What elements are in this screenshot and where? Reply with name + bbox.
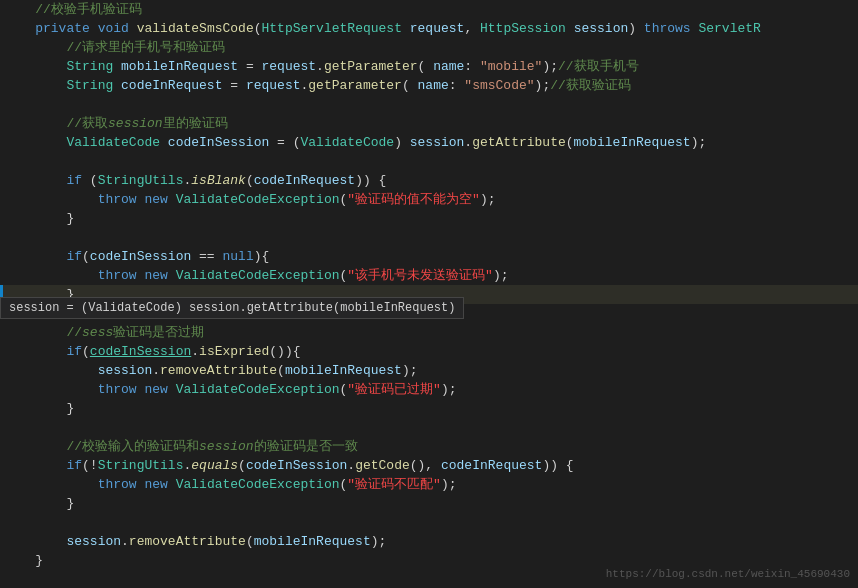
line-content: throw new ValidateCodeException("该手机号未发送… <box>0 266 858 285</box>
code-line-5: String codeInRequest = request.getParame… <box>0 76 858 95</box>
line-content: if(codeInSession.isExpried()){ <box>0 342 858 361</box>
line-content <box>0 95 858 114</box>
line-content: private void validateSmsCode(HttpServlet… <box>0 19 858 38</box>
code-line-14: if(codeInSession == null){ <box>0 247 858 266</box>
code-line-15: throw new ValidateCodeException("该手机号未发送… <box>0 266 858 285</box>
line-content: if (StringUtils.isBlank(codeInRequest)) … <box>0 171 858 190</box>
code-line-20: session.removeAttribute(mobileInRequest)… <box>0 361 858 380</box>
line-content: throw new ValidateCodeException("验证码的值不能… <box>0 190 858 209</box>
line-content: throw new ValidateCodeException("验证码不匹配"… <box>0 475 858 494</box>
code-line-2: private void validateSmsCode(HttpServlet… <box>0 19 858 38</box>
code-line-24: //校验输入的验证码和session的验证码是否一致 <box>0 437 858 456</box>
line-content: session.removeAttribute(mobileInRequest)… <box>0 361 858 380</box>
line-content <box>0 418 858 437</box>
code-line-6 <box>0 95 858 114</box>
watermark: https://blog.csdn.net/weixin_45690430 <box>606 568 850 580</box>
code-line-13 <box>0 228 858 247</box>
code-line-1: //校验手机验证码 <box>0 0 858 19</box>
line-content: ValidateCode codeInSession = (ValidateCo… <box>0 133 858 152</box>
line-content: String mobileInRequest = request.getPara… <box>0 57 858 76</box>
code-line-19: if(codeInSession.isExpried()){ <box>0 342 858 361</box>
line-content: //请求里的手机号和验证码 <box>0 38 858 57</box>
code-line-11: throw new ValidateCodeException("验证码的值不能… <box>0 190 858 209</box>
line-content: //获取session里的验证码 <box>0 114 858 133</box>
code-line-10: if (StringUtils.isBlank(codeInRequest)) … <box>0 171 858 190</box>
line-content <box>0 152 858 171</box>
code-line-28 <box>0 513 858 532</box>
line-content: throw new ValidateCodeException("验证码已过期"… <box>0 380 858 399</box>
code-line-23 <box>0 418 858 437</box>
code-line-12: } <box>0 209 858 228</box>
code-line-26: throw new ValidateCodeException("验证码不匹配"… <box>0 475 858 494</box>
line-content: String codeInRequest = request.getParame… <box>0 76 858 95</box>
line-content: } <box>0 209 858 228</box>
code-lines: //校验手机验证码 private void validateSmsCode(H… <box>0 0 858 570</box>
line-content: } <box>0 399 858 418</box>
code-line-21: throw new ValidateCodeException("验证码已过期"… <box>0 380 858 399</box>
line-content: if(codeInSession == null){ <box>0 247 858 266</box>
code-line-8: ValidateCode codeInSession = (ValidateCo… <box>0 133 858 152</box>
code-line-27: } <box>0 494 858 513</box>
code-line-18: //sess验证码是否过期 <box>0 323 858 342</box>
line-content: session.removeAttribute(mobileInRequest)… <box>0 532 858 551</box>
code-editor: //校验手机验证码 private void validateSmsCode(H… <box>0 0 858 588</box>
line-content: } <box>0 494 858 513</box>
code-line-29: session.removeAttribute(mobileInRequest)… <box>0 532 858 551</box>
line-content <box>0 228 858 247</box>
code-line-25: if(!StringUtils.equals(codeInSession.get… <box>0 456 858 475</box>
line-content: if(!StringUtils.equals(codeInSession.get… <box>0 456 858 475</box>
code-line-22: } <box>0 399 858 418</box>
line-content <box>0 513 858 532</box>
tooltip-popup: session = (ValidateCode) session.getAttr… <box>0 297 464 319</box>
code-line-9 <box>0 152 858 171</box>
code-line-7: //获取session里的验证码 <box>0 114 858 133</box>
code-line-4: String mobileInRequest = request.getPara… <box>0 57 858 76</box>
tooltip-text: session = (ValidateCode) session.getAttr… <box>9 301 455 315</box>
code-line-3: //请求里的手机号和验证码 <box>0 38 858 57</box>
line-content: //sess验证码是否过期 <box>0 323 858 342</box>
line-content: //校验输入的验证码和session的验证码是否一致 <box>0 437 858 456</box>
line-content: //校验手机验证码 <box>0 0 858 19</box>
